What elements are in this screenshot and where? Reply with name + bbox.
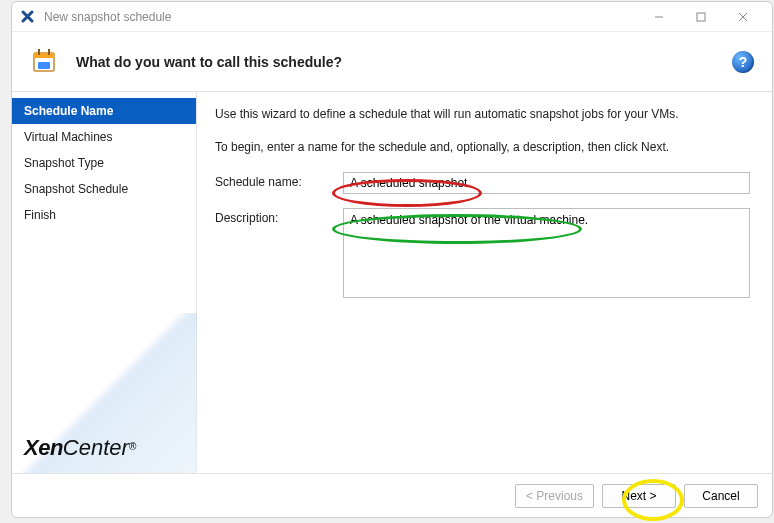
svg-rect-1 <box>697 13 705 21</box>
wizard-main: Use this wizard to define a schedule tha… <box>197 92 772 473</box>
header-band: What do you want to call this schedule? … <box>12 32 772 92</box>
help-icon[interactable]: ? <box>732 51 754 73</box>
step-finish[interactable]: Finish <box>12 202 196 228</box>
svg-rect-6 <box>38 62 50 69</box>
app-icon <box>20 9 36 25</box>
next-button[interactable]: Next > <box>602 484 676 508</box>
brand-logo: XenCenter® <box>24 435 136 461</box>
minimize-button[interactable] <box>638 3 680 31</box>
description-input[interactable] <box>343 208 750 298</box>
step-schedule-name[interactable]: Schedule Name <box>12 98 196 124</box>
maximize-button[interactable] <box>680 3 722 31</box>
step-snapshot-type[interactable]: Snapshot Type <box>12 150 196 176</box>
brand-part2: Center <box>63 435 129 460</box>
instruction-1: Use this wizard to define a schedule tha… <box>215 106 750 123</box>
page-title: What do you want to call this schedule? <box>76 54 342 70</box>
brand-part1: Xen <box>24 435 63 460</box>
schedule-name-row: Schedule name: <box>215 172 750 194</box>
wizard-window: New snapshot schedule What do you want t… <box>11 1 773 518</box>
svg-rect-4 <box>38 49 40 55</box>
step-virtual-machines[interactable]: Virtual Machines <box>12 124 196 150</box>
description-label: Description: <box>215 208 343 225</box>
cancel-button[interactable]: Cancel <box>684 484 758 508</box>
titlebar: New snapshot schedule <box>12 2 772 32</box>
svg-rect-3 <box>34 53 54 58</box>
schedule-wizard-icon <box>30 46 62 78</box>
step-snapshot-schedule[interactable]: Snapshot Schedule <box>12 176 196 202</box>
window-controls <box>638 3 764 31</box>
wizard-sidebar: Schedule Name Virtual Machines Snapshot … <box>12 92 197 473</box>
wizard-body: Schedule Name Virtual Machines Snapshot … <box>12 92 772 473</box>
svg-rect-5 <box>48 49 50 55</box>
instruction-2: To begin, enter a name for the schedule … <box>215 139 750 156</box>
wizard-footer: < Previous Next > Cancel <box>12 473 772 517</box>
schedule-name-input[interactable] <box>343 172 750 194</box>
close-button[interactable] <box>722 3 764 31</box>
window-title: New snapshot schedule <box>44 10 638 24</box>
description-row: Description: <box>215 208 750 298</box>
previous-button[interactable]: < Previous <box>515 484 594 508</box>
schedule-name-label: Schedule name: <box>215 172 343 189</box>
